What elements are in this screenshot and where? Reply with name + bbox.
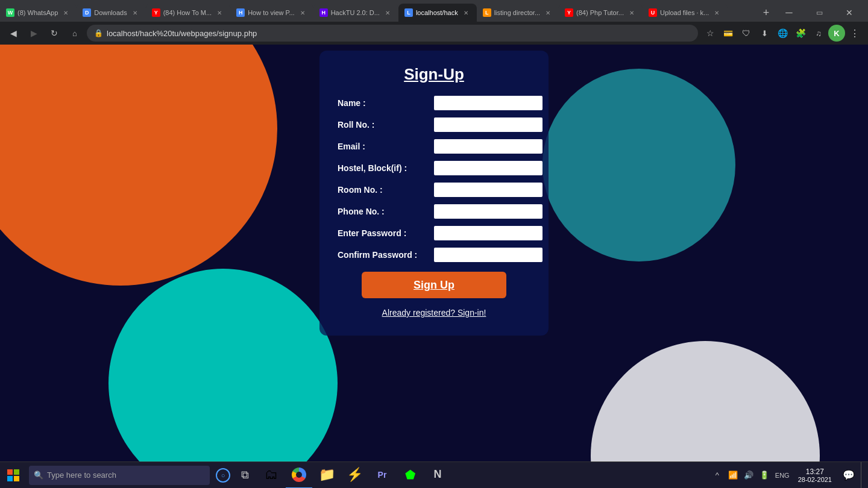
svg-rect-0 (7, 469, 13, 475)
form-row-hostel: Hostel, Block(if) : (338, 161, 530, 175)
form-row-password: Enter Password : (338, 226, 530, 240)
system-tray: ^ 📶 🔊 🔋 ENG 13:27 28-02-2021 💬 (710, 462, 868, 489)
label-hostel: Hostel, Block(if) : (338, 163, 434, 173)
svg-rect-2 (7, 476, 13, 481)
form-row-email: Email : (338, 139, 530, 154)
tray-lang[interactable]: ENG (773, 468, 792, 483)
browser-tab-tab-youtube1[interactable]: Y (84) How To M... ✕ (146, 4, 231, 22)
taskbar-apps: 🗂 📁 ⚡ Pr ⬟ N (258, 462, 451, 489)
search-icon: 🔍 (34, 471, 43, 480)
form-row-roomno: Room No. : (338, 183, 530, 197)
label-confirmpassword: Confirm Password : (338, 250, 434, 260)
taskbar-app-explorer[interactable]: 🗂 (258, 462, 285, 489)
tab-close-tab-listing[interactable]: ✕ (543, 8, 553, 17)
svg-rect-3 (14, 476, 19, 481)
tray-battery-icon[interactable]: 🔋 (757, 468, 772, 483)
input-email[interactable] (434, 139, 542, 154)
close-button[interactable]: ✕ (835, 4, 863, 22)
form-row-rollno: Roll No. : (338, 117, 530, 132)
browser-tab-tab-listing[interactable]: L listing director... ✕ (477, 4, 559, 22)
svg-rect-1 (14, 469, 19, 475)
form-row-phoneno: Phone No. : (338, 204, 530, 219)
tab-close-tab-whatsapp[interactable]: ✕ (61, 8, 71, 17)
label-email: Email : (338, 142, 434, 151)
input-password[interactable] (434, 226, 542, 240)
tab-close-tab-phptut[interactable]: ✕ (627, 8, 637, 17)
taskbar-app-files[interactable]: 📁 (313, 462, 340, 489)
minimize-button[interactable]: ─ (775, 4, 803, 22)
task-view-button[interactable]: ⧉ (234, 465, 256, 486)
lock-icon: 🔒 (94, 29, 103, 37)
tray-time-display[interactable]: 13:27 28-02-2021 (793, 468, 837, 483)
tab-close-tab-youtube1[interactable]: ✕ (215, 8, 224, 17)
tray-notification-icon[interactable]: 💬 (838, 462, 860, 489)
browser-tab-tab-localhost[interactable]: L localhost/hack ✕ (398, 4, 477, 22)
taskbar-app-chrome[interactable] (286, 462, 312, 489)
browser-chrome: W (8) WhatsApp ✕ D Downloads ✕ Y (84) Ho… (0, 0, 868, 45)
new-tab-button[interactable]: + (757, 4, 775, 22)
show-desktop-button[interactable] (861, 462, 866, 489)
globe-icon[interactable]: 🌐 (774, 25, 791, 42)
taskbar-app-vscode[interactable]: ⚡ (341, 462, 368, 489)
input-hostel[interactable] (434, 161, 542, 175)
browser-tab-tab-howto[interactable]: H How to view P... ✕ (230, 4, 313, 22)
taskbar-app-green[interactable]: ⬟ (397, 462, 423, 489)
search-placeholder: Type here to search (47, 471, 116, 480)
tab-close-tab-localhost[interactable]: ✕ (461, 8, 471, 17)
download-icon[interactable]: ⬇ (756, 25, 773, 42)
label-rollno: Roll No. : (338, 120, 434, 130)
music-icon[interactable]: ♫ (810, 25, 827, 42)
shield-icon[interactable]: 🛡 (738, 25, 755, 42)
signup-form-panel: Sign-Up Name : Roll No. : Email : Hostel… (319, 51, 549, 336)
signup-button[interactable]: Sign Up (362, 272, 506, 298)
url-text: localhost/hack%20tu/webpages/signup.php (107, 29, 691, 38)
tray-date: 28-02-2021 (798, 476, 832, 483)
tray-chevron[interactable]: ^ (710, 468, 725, 483)
input-name[interactable] (434, 96, 542, 110)
label-password: Enter Password : (338, 228, 434, 238)
tab-close-tab-hacktu[interactable]: ✕ (383, 8, 392, 17)
label-roomno: Room No. : (338, 185, 434, 195)
browser-tab-tab-phptut[interactable]: Y (84) Php Tutor... ✕ (559, 4, 643, 22)
signin-link[interactable]: Already registered? Sign-in! (338, 308, 530, 318)
taskbar: 🔍 Type here to search ○ ⧉ 🗂 📁 ⚡ Pr ⬟ N ^… (0, 461, 868, 488)
start-button[interactable] (0, 462, 27, 489)
label-phoneno: Phone No. : (338, 207, 434, 216)
address-bar[interactable]: 🔒 localhost/hack%20tu/webpages/signup.ph… (87, 25, 698, 42)
menu-button[interactable]: ⋮ (846, 25, 863, 42)
input-phoneno[interactable] (434, 204, 542, 219)
back-button[interactable]: ◀ (5, 25, 22, 42)
input-rollno[interactable] (434, 117, 542, 132)
tab-close-tab-downloads[interactable]: ✕ (130, 8, 140, 17)
puzzle-icon[interactable]: 🧩 (792, 25, 809, 42)
cortana-button[interactable]: ○ (212, 465, 234, 486)
home-button[interactable]: ⌂ (66, 25, 83, 42)
maximize-button[interactable]: ▭ (805, 4, 833, 22)
page-title: Sign-Up (338, 65, 530, 84)
page-content: Sign-Up Name : Roll No. : Email : Hostel… (0, 45, 868, 461)
user-avatar[interactable]: K (828, 25, 845, 42)
input-roomno[interactable] (434, 183, 542, 197)
circle-orange (0, 45, 277, 286)
tab-close-tab-howto[interactable]: ✕ (298, 8, 307, 17)
tray-network-icon[interactable]: 📶 (726, 468, 740, 483)
address-bar-row: ◀ ▶ ↻ ⌂ 🔒 localhost/hack%20tu/webpages/s… (0, 22, 868, 45)
form-row-name: Name : (338, 96, 530, 110)
taskbar-search[interactable]: 🔍 Type here to search (29, 466, 210, 485)
browser-tab-tab-whatsapp[interactable]: W (8) WhatsApp ✕ (0, 4, 77, 22)
circle-teal-bottom (108, 269, 338, 461)
tab-close-tab-upload[interactable]: ✕ (712, 8, 722, 17)
tray-volume-icon[interactable]: 🔊 (741, 468, 756, 483)
browser-tab-tab-hacktu[interactable]: H HackTU 2.0: D... ✕ (313, 4, 398, 22)
wallet-icon[interactable]: 💳 (720, 25, 737, 42)
bookmark-star-icon[interactable]: ☆ (702, 25, 719, 42)
forward-button[interactable]: ▶ (25, 25, 42, 42)
browser-tab-tab-upload[interactable]: U Upload files · k... ✕ (643, 4, 728, 22)
reload-button[interactable]: ↻ (46, 25, 63, 42)
taskbar-app-n[interactable]: N (424, 462, 451, 489)
input-confirmpassword[interactable] (434, 248, 542, 262)
taskbar-app-premiere[interactable]: Pr (369, 462, 395, 489)
browser-tab-tab-downloads[interactable]: D Downloads ✕ (77, 4, 145, 22)
circle-teal-top (542, 69, 735, 261)
form-row-confirmpassword: Confirm Password : (338, 248, 530, 262)
